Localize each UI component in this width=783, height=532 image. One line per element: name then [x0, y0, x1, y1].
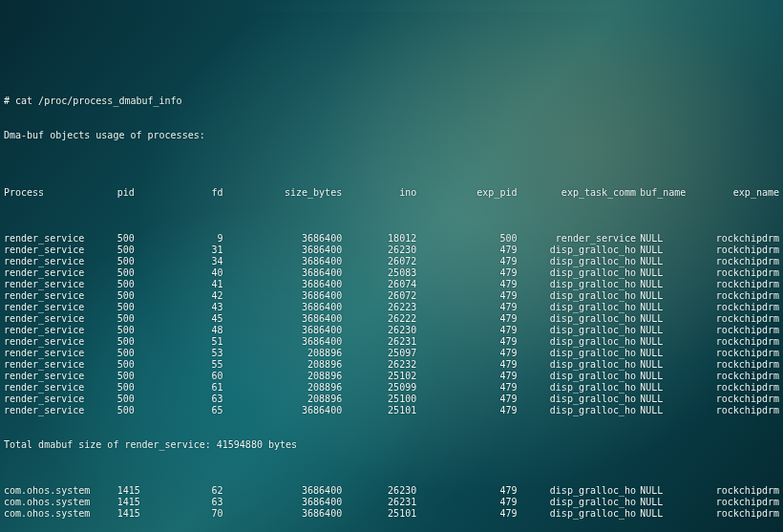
cell-expname: rockchipdrm [695, 267, 779, 279]
table-header: Process pid fd size_bytes ino exp_pid ex… [4, 187, 779, 199]
cell-bufname: NULL [640, 348, 695, 359]
col-bufname: buf_name [640, 187, 695, 199]
cell-bufname: NULL [640, 371, 695, 382]
table-row: render_service50051368640026231479disp_g… [4, 336, 779, 348]
cell-exptask: disp_gralloc_ho [524, 256, 640, 267]
cell-exppid: 479 [424, 371, 524, 382]
cell-expname: rockchipdrm [695, 245, 779, 256]
section-title: Dma-buf objects usage of processes: [4, 130, 779, 141]
cell-fd: 43 [169, 302, 230, 313]
cell-fd: 62 [169, 485, 230, 497]
cell-process: render_service [4, 279, 117, 290]
cell-exptask: disp_gralloc_ho [524, 359, 640, 371]
cell-bufname: NULL [640, 279, 695, 290]
cell-pid: 500 [117, 267, 169, 279]
cell-fd: 60 [169, 371, 230, 382]
cell-exptask: disp_gralloc_ho [524, 313, 640, 325]
cell-fd: 53 [169, 348, 230, 359]
cell-ino: 18012 [349, 233, 424, 245]
terminal-output: # cat /proc/process_dmabuf_info Dma-buf … [0, 46, 783, 532]
cell-process: render_service [4, 325, 117, 336]
cell-ino: 25101 [349, 508, 424, 520]
cell-fd: 63 [169, 497, 230, 508]
cell-process: render_service [4, 394, 117, 405]
table-row: render_service50042368640026072479disp_g… [4, 290, 779, 302]
cell-ino: 25101 [349, 405, 424, 416]
cell-process: render_service [4, 359, 117, 371]
table-row: render_service5006320889625100479disp_gr… [4, 394, 779, 405]
cell-process: render_service [4, 245, 117, 256]
cell-bufname: NULL [640, 256, 695, 267]
table-row: com.ohos.system141563368640026231479disp… [4, 497, 779, 508]
cell-exptask: render_service [524, 233, 640, 245]
cell-process: com.ohos.system [4, 497, 117, 508]
cell-fd: 48 [169, 325, 230, 336]
cell-fd: 55 [169, 359, 230, 371]
cell-ino: 25083 [349, 267, 424, 279]
cell-ino: 25100 [349, 394, 424, 405]
cell-bufname: NULL [640, 405, 695, 416]
cell-process: render_service [4, 267, 117, 279]
cell-exptask: disp_gralloc_ho [524, 290, 640, 302]
cell-size: 208896 [231, 348, 350, 359]
cell-exptask: disp_gralloc_ho [524, 382, 640, 394]
cell-pid: 500 [117, 405, 169, 416]
table-row: render_service5005320889625097479disp_gr… [4, 348, 779, 359]
cell-ino: 26074 [349, 279, 424, 290]
cell-size: 3686400 [231, 256, 350, 267]
col-pid: pid [117, 187, 169, 199]
cell-fd: 40 [169, 267, 230, 279]
cell-fd: 31 [169, 245, 230, 256]
cell-ino: 26230 [349, 245, 424, 256]
cell-expname: rockchipdrm [695, 325, 779, 336]
cell-exppid: 479 [424, 382, 524, 394]
table-row: render_service50034368640026072479disp_g… [4, 256, 779, 267]
cell-bufname: NULL [640, 359, 695, 371]
cell-process: render_service [4, 233, 117, 245]
cell-exppid: 479 [424, 394, 524, 405]
cell-ino: 26232 [349, 359, 424, 371]
cell-exppid: 479 [424, 508, 524, 520]
cell-pid: 500 [117, 290, 169, 302]
cell-exptask: disp_gralloc_ho [524, 325, 640, 336]
cell-expname: rockchipdrm [695, 290, 779, 302]
table-row: com.ohos.system141570368640025101479disp… [4, 508, 779, 520]
cell-ino: 26222 [349, 313, 424, 325]
cell-pid: 500 [117, 394, 169, 405]
cell-process: render_service [4, 256, 117, 267]
cell-exptask: disp_gralloc_ho [524, 394, 640, 405]
cell-exppid: 500 [424, 233, 524, 245]
cell-exppid: 479 [424, 405, 524, 416]
cell-pid: 500 [117, 302, 169, 313]
cell-pid: 1415 [117, 485, 169, 497]
cell-fd: 65 [169, 405, 230, 416]
cell-pid: 500 [117, 245, 169, 256]
cell-expname: rockchipdrm [695, 485, 779, 497]
cell-size: 3686400 [231, 325, 350, 336]
cell-exppid: 479 [424, 313, 524, 325]
col-size: size_bytes [231, 187, 350, 199]
cell-expname: rockchipdrm [695, 508, 779, 520]
cell-fd: 70 [169, 508, 230, 520]
command-line: # cat /proc/process_dmabuf_info [4, 96, 779, 107]
cell-pid: 500 [117, 336, 169, 348]
cell-exptask: disp_gralloc_ho [524, 371, 640, 382]
cell-expname: rockchipdrm [695, 313, 779, 325]
cell-expname: rockchipdrm [695, 394, 779, 405]
cell-bufname: NULL [640, 233, 695, 245]
cell-pid: 500 [117, 359, 169, 371]
cell-fd: 9 [169, 233, 230, 245]
table-row: render_service50040368640025083479disp_g… [4, 267, 779, 279]
cell-bufname: NULL [640, 325, 695, 336]
cell-expname: rockchipdrm [695, 359, 779, 371]
cell-bufname: NULL [640, 336, 695, 348]
cell-pid: 1415 [117, 508, 169, 520]
cell-size: 208896 [231, 394, 350, 405]
cell-size: 3686400 [231, 313, 350, 325]
cell-size: 3686400 [231, 497, 350, 508]
cell-exptask: disp_gralloc_ho [524, 336, 640, 348]
cell-exptask: disp_gralloc_ho [524, 485, 640, 497]
cell-exptask: disp_gralloc_ho [524, 508, 640, 520]
cell-bufname: NULL [640, 245, 695, 256]
cell-exppid: 479 [424, 348, 524, 359]
